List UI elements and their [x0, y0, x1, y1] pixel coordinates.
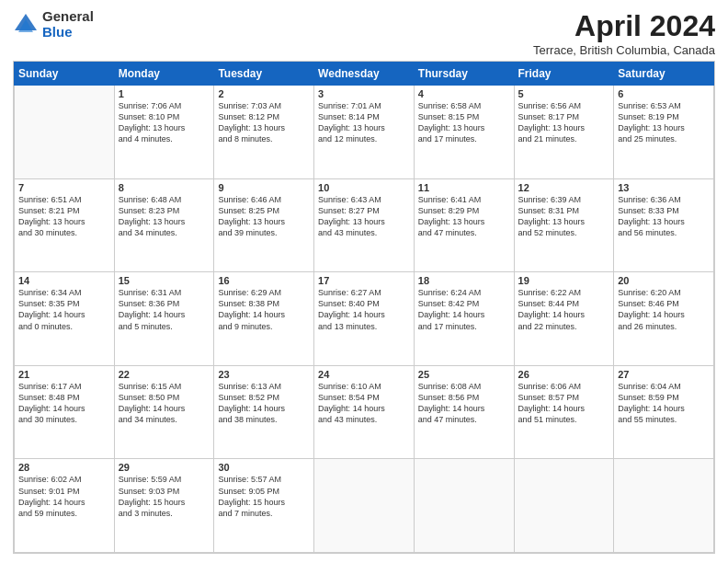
day-number: 5 — [518, 88, 610, 99]
calendar-cell — [15, 86, 115, 179]
header: General Blue April 2024 Terrace, British… — [13, 9, 715, 57]
calendar-cell — [514, 459, 614, 553]
day-info: Sunrise: 6:31 AM Sunset: 8:36 PM Dayligh… — [119, 287, 210, 332]
day-number: 4 — [418, 88, 510, 99]
calendar-cell: 10Sunrise: 6:43 AM Sunset: 8:27 PM Dayli… — [314, 178, 415, 272]
calendar-cell: 30Sunrise: 5:57 AM Sunset: 9:05 PM Dayli… — [214, 459, 314, 553]
calendar-cell: 24Sunrise: 6:10 AM Sunset: 8:54 PM Dayli… — [314, 365, 415, 459]
calendar-week-row: 28Sunrise: 6:02 AM Sunset: 9:01 PM Dayli… — [15, 459, 714, 553]
calendar-cell: 14Sunrise: 6:34 AM Sunset: 8:35 PM Dayli… — [15, 272, 115, 366]
day-number: 21 — [18, 369, 110, 380]
day-info: Sunrise: 6:24 AM Sunset: 8:42 PM Dayligh… — [418, 287, 510, 332]
calendar-cell: 12Sunrise: 6:39 AM Sunset: 8:31 PM Dayli… — [514, 178, 614, 272]
calendar-cell: 26Sunrise: 6:06 AM Sunset: 8:57 PM Dayli… — [514, 365, 614, 459]
day-number: 2 — [218, 88, 310, 99]
day-info: Sunrise: 7:03 AM Sunset: 8:12 PM Dayligh… — [218, 100, 310, 145]
day-info: Sunrise: 6:36 AM Sunset: 8:33 PM Dayligh… — [618, 194, 710, 239]
header-day-monday: Monday — [114, 63, 214, 86]
day-info: Sunrise: 6:17 AM Sunset: 8:48 PM Dayligh… — [18, 381, 110, 426]
calendar-cell — [314, 459, 415, 553]
day-info: Sunrise: 6:58 AM Sunset: 8:15 PM Dayligh… — [418, 100, 510, 145]
header-day-saturday: Saturday — [614, 63, 714, 86]
day-number: 12 — [518, 182, 610, 193]
day-info: Sunrise: 6:34 AM Sunset: 8:35 PM Dayligh… — [18, 287, 110, 332]
day-info: Sunrise: 6:15 AM Sunset: 8:50 PM Dayligh… — [119, 381, 210, 426]
logo: General Blue — [13, 9, 94, 40]
day-number: 29 — [119, 462, 210, 473]
day-info: Sunrise: 6:51 AM Sunset: 8:21 PM Dayligh… — [18, 194, 110, 239]
day-number: 11 — [418, 182, 510, 193]
calendar-cell: 2Sunrise: 7:03 AM Sunset: 8:12 PM Daylig… — [214, 86, 314, 179]
calendar-cell: 13Sunrise: 6:36 AM Sunset: 8:33 PM Dayli… — [614, 178, 714, 272]
header-day-friday: Friday — [514, 63, 614, 86]
day-info: Sunrise: 6:56 AM Sunset: 8:17 PM Dayligh… — [518, 100, 610, 145]
calendar-cell: 8Sunrise: 6:48 AM Sunset: 8:23 PM Daylig… — [114, 178, 214, 272]
day-info: Sunrise: 6:06 AM Sunset: 8:57 PM Dayligh… — [518, 381, 610, 426]
calendar-cell: 5Sunrise: 6:56 AM Sunset: 8:17 PM Daylig… — [514, 86, 614, 179]
header-day-sunday: Sunday — [15, 63, 115, 86]
day-number: 10 — [318, 182, 410, 193]
calendar-week-row: 21Sunrise: 6:17 AM Sunset: 8:48 PM Dayli… — [15, 365, 714, 459]
calendar-cell: 16Sunrise: 6:29 AM Sunset: 8:38 PM Dayli… — [214, 272, 314, 366]
day-number: 24 — [318, 369, 410, 380]
calendar-cell — [614, 459, 714, 553]
calendar-week-row: 7Sunrise: 6:51 AM Sunset: 8:21 PM Daylig… — [15, 178, 714, 272]
calendar-cell: 22Sunrise: 6:15 AM Sunset: 8:50 PM Dayli… — [114, 365, 214, 459]
day-number: 3 — [318, 88, 410, 99]
day-number: 6 — [618, 88, 710, 99]
title-month: April 2024 — [533, 9, 715, 43]
title-block: April 2024 Terrace, British Columbia, Ca… — [533, 9, 715, 57]
day-number: 22 — [119, 369, 210, 380]
calendar-cell: 6Sunrise: 6:53 AM Sunset: 8:19 PM Daylig… — [614, 86, 714, 179]
day-number: 15 — [119, 275, 210, 286]
logo-icon — [13, 12, 39, 38]
calendar-cell: 23Sunrise: 6:13 AM Sunset: 8:52 PM Dayli… — [214, 365, 314, 459]
day-info: Sunrise: 5:57 AM Sunset: 9:05 PM Dayligh… — [218, 474, 310, 519]
calendar-header: SundayMondayTuesdayWednesdayThursdayFrid… — [15, 63, 714, 86]
calendar-cell: 11Sunrise: 6:41 AM Sunset: 8:29 PM Dayli… — [414, 178, 514, 272]
calendar-cell: 7Sunrise: 6:51 AM Sunset: 8:21 PM Daylig… — [15, 178, 115, 272]
calendar-cell: 15Sunrise: 6:31 AM Sunset: 8:36 PM Dayli… — [114, 272, 214, 366]
day-number: 30 — [218, 462, 310, 473]
day-info: Sunrise: 6:08 AM Sunset: 8:56 PM Dayligh… — [418, 381, 510, 426]
day-info: Sunrise: 6:53 AM Sunset: 8:19 PM Dayligh… — [618, 100, 710, 145]
logo-blue-text: Blue — [42, 25, 94, 40]
day-number: 28 — [18, 462, 110, 473]
calendar-cell: 21Sunrise: 6:17 AM Sunset: 8:48 PM Dayli… — [15, 365, 115, 459]
calendar: SundayMondayTuesdayWednesdayThursdayFrid… — [13, 61, 715, 554]
day-number: 18 — [418, 275, 510, 286]
day-number: 7 — [18, 182, 110, 193]
header-day-thursday: Thursday — [414, 63, 514, 86]
calendar-cell: 19Sunrise: 6:22 AM Sunset: 8:44 PM Dayli… — [514, 272, 614, 366]
day-info: Sunrise: 6:39 AM Sunset: 8:31 PM Dayligh… — [518, 194, 610, 239]
header-day-wednesday: Wednesday — [314, 63, 415, 86]
header-row: SundayMondayTuesdayWednesdayThursdayFrid… — [15, 63, 714, 86]
day-number: 8 — [119, 182, 210, 193]
day-number: 20 — [618, 275, 710, 286]
calendar-week-row: 14Sunrise: 6:34 AM Sunset: 8:35 PM Dayli… — [15, 272, 714, 366]
day-number: 9 — [218, 182, 310, 193]
day-number: 13 — [618, 182, 710, 193]
day-number: 27 — [618, 369, 710, 380]
logo-general-text: General — [42, 9, 94, 25]
day-info: Sunrise: 6:29 AM Sunset: 8:38 PM Dayligh… — [218, 287, 310, 332]
day-info: Sunrise: 6:22 AM Sunset: 8:44 PM Dayligh… — [518, 287, 610, 332]
day-number: 19 — [518, 275, 610, 286]
day-info: Sunrise: 6:27 AM Sunset: 8:40 PM Dayligh… — [318, 287, 410, 332]
calendar-cell: 25Sunrise: 6:08 AM Sunset: 8:56 PM Dayli… — [414, 365, 514, 459]
calendar-cell: 3Sunrise: 7:01 AM Sunset: 8:14 PM Daylig… — [314, 86, 415, 179]
day-info: Sunrise: 6:41 AM Sunset: 8:29 PM Dayligh… — [418, 194, 510, 239]
header-day-tuesday: Tuesday — [214, 63, 314, 86]
calendar-body: 1Sunrise: 7:06 AM Sunset: 8:10 PM Daylig… — [15, 86, 714, 553]
calendar-cell: 27Sunrise: 6:04 AM Sunset: 8:59 PM Dayli… — [614, 365, 714, 459]
calendar-table: SundayMondayTuesdayWednesdayThursdayFrid… — [14, 62, 714, 553]
calendar-week-row: 1Sunrise: 7:06 AM Sunset: 8:10 PM Daylig… — [15, 86, 714, 179]
calendar-cell: 29Sunrise: 5:59 AM Sunset: 9:03 PM Dayli… — [114, 459, 214, 553]
day-info: Sunrise: 6:46 AM Sunset: 8:25 PM Dayligh… — [218, 194, 310, 239]
day-number: 14 — [18, 275, 110, 286]
calendar-cell: 28Sunrise: 6:02 AM Sunset: 9:01 PM Dayli… — [15, 459, 115, 553]
page: General Blue April 2024 Terrace, British… — [0, 0, 728, 563]
day-number: 17 — [318, 275, 410, 286]
calendar-cell: 18Sunrise: 6:24 AM Sunset: 8:42 PM Dayli… — [414, 272, 514, 366]
day-number: 16 — [218, 275, 310, 286]
